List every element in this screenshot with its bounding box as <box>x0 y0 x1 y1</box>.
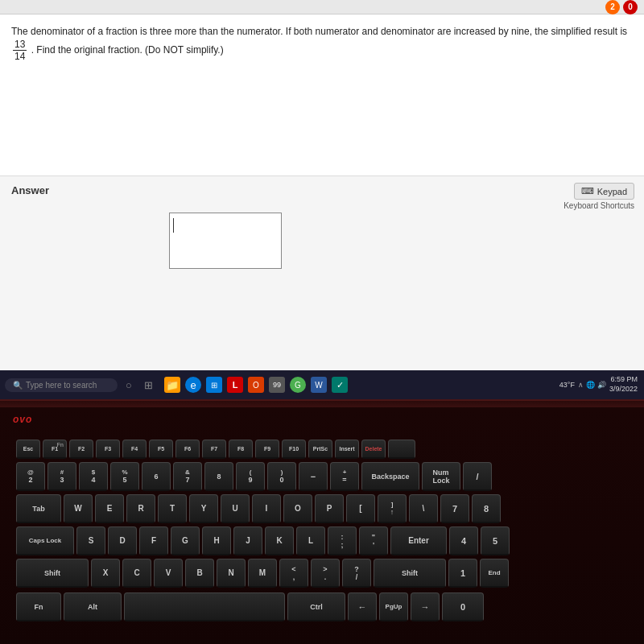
key-pg-fn1[interactable] <box>388 440 415 459</box>
key-l[interactable]: L <box>296 526 325 555</box>
key-caps[interactable]: Caps Lock <box>16 526 74 555</box>
key-f4[interactable]: F4 <box>122 440 147 459</box>
key-pgup[interactable]: PgUp <box>379 592 408 621</box>
keypad-button[interactable]: ⌨ Keypad <box>574 183 634 200</box>
key-quote[interactable]: "' <box>359 526 388 555</box>
key-f1[interactable]: F1Fn <box>43 440 67 459</box>
answer-input-box[interactable] <box>169 213 282 269</box>
key-8[interactable]: 8 <box>204 462 233 491</box>
key-p[interactable]: P <box>315 494 344 523</box>
key-enter[interactable]: Enter <box>390 526 447 555</box>
key-numpad-1[interactable]: 1 <box>448 559 477 588</box>
app-icon-2[interactable]: 99 <box>269 377 285 393</box>
edge-icon[interactable]: e <box>185 377 201 393</box>
network-icon[interactable]: 🌐 <box>586 381 595 389</box>
question-content: The denominator of a fraction is three m… <box>0 14 644 175</box>
key-slash[interactable]: ?/ <box>342 559 371 588</box>
word-icon[interactable]: W <box>311 377 327 393</box>
keyboard-shortcuts-link[interactable]: Keyboard Shortcuts <box>564 201 634 210</box>
key-period[interactable]: >. <box>311 559 340 588</box>
key-numpad-4[interactable]: 4 <box>449 526 478 555</box>
key-insert[interactable]: Insert <box>335 440 359 459</box>
key-esc[interactable]: Esc <box>16 440 40 459</box>
key-end[interactable]: End <box>480 559 509 588</box>
key-x[interactable]: X <box>91 559 120 588</box>
key-open-bracket[interactable]: [ <box>346 494 375 523</box>
key-space[interactable] <box>124 592 285 621</box>
key-f10[interactable]: F10 <box>282 440 306 459</box>
chevron-up-icon[interactable]: ∧ <box>578 381 584 389</box>
key-prtsc[interactable]: PrtSc <box>308 440 332 459</box>
key-numpad-0[interactable]: 0 <box>442 592 484 621</box>
windows-search-icon[interactable]: ○ <box>121 377 137 393</box>
key-5[interactable]: %5 <box>110 462 139 491</box>
keyboard-area: ovo Esc F1Fn F2 F3 F4 F5 F6 F7 F8 F9 F10… <box>0 407 644 644</box>
key-w[interactable]: W <box>64 494 93 523</box>
key-0[interactable]: )0 <box>267 462 296 491</box>
key-backslash[interactable]: \ <box>409 494 438 523</box>
key-numpad-slash[interactable]: / <box>463 462 492 491</box>
key-n[interactable]: N <box>217 559 246 588</box>
key-numpad-7[interactable]: 7 <box>440 494 469 523</box>
office-icon[interactable]: O <box>248 377 264 393</box>
key-minus[interactable]: − <box>299 462 328 491</box>
check-icon[interactable]: ✓ <box>332 377 348 393</box>
file-explorer-icon[interactable]: 📁 <box>164 377 180 393</box>
key-fn[interactable]: Fn <box>16 592 61 621</box>
key-2[interactable]: @2 <box>16 462 45 491</box>
key-plus[interactable]: += <box>330 462 359 491</box>
key-comma[interactable]: <, <box>279 559 308 588</box>
key-h[interactable]: H <box>202 526 231 555</box>
key-j[interactable]: J <box>233 526 262 555</box>
key-b[interactable]: B <box>185 559 214 588</box>
sound-icon[interactable]: 🔊 <box>597 381 606 389</box>
number-row: @2 #3 $4 %5 6 &7 8 (9 )0 − += Backspace … <box>16 462 628 491</box>
key-t[interactable]: T <box>158 494 187 523</box>
key-numpad-5[interactable]: 5 <box>481 526 510 555</box>
key-f[interactable]: F <box>139 526 168 555</box>
key-numlock[interactable]: NumLock <box>422 462 460 491</box>
key-arrow-right[interactable]: → <box>411 592 440 621</box>
key-g[interactable]: G <box>171 526 200 555</box>
key-delete[interactable]: Delete <box>361 440 386 459</box>
key-d[interactable]: D <box>108 526 137 555</box>
windows-icon[interactable]: ⊞ <box>206 377 222 393</box>
key-i[interactable]: I <box>252 494 281 523</box>
key-f3[interactable]: F3 <box>96 440 120 459</box>
key-4[interactable]: $4 <box>79 462 108 491</box>
task-view-icon[interactable]: ⊞ <box>140 377 156 393</box>
key-f6[interactable]: F6 <box>175 440 200 459</box>
key-shift-right[interactable]: Shift <box>374 559 446 588</box>
key-shift-left[interactable]: Shift <box>16 559 89 588</box>
key-9[interactable]: (9 <box>236 462 265 491</box>
key-y[interactable]: Y <box>189 494 218 523</box>
key-tab[interactable]: Tab <box>16 494 61 523</box>
key-f9[interactable]: F9 <box>255 440 279 459</box>
key-f7[interactable]: F7 <box>202 440 226 459</box>
key-backspace[interactable]: Backspace <box>361 462 419 491</box>
key-close-bracket[interactable]: ]↑ <box>378 494 407 523</box>
key-r[interactable]: R <box>126 494 155 523</box>
key-numpad-8[interactable]: 8 <box>472 494 501 523</box>
key-7[interactable]: &7 <box>173 462 202 491</box>
key-semicolon[interactable]: :; <box>328 526 357 555</box>
key-f5[interactable]: F5 <box>149 440 173 459</box>
key-c[interactable]: C <box>122 559 151 588</box>
key-u[interactable]: U <box>221 494 250 523</box>
key-e[interactable]: E <box>95 494 124 523</box>
chrome-icon[interactable]: G <box>290 377 306 393</box>
key-v[interactable]: V <box>154 559 183 588</box>
key-f8[interactable]: F8 <box>229 440 253 459</box>
key-m[interactable]: M <box>248 559 277 588</box>
key-3[interactable]: #3 <box>47 462 76 491</box>
l-app-icon[interactable]: L <box>227 377 243 393</box>
key-arrow-left[interactable]: ← <box>348 592 377 621</box>
taskbar-search[interactable]: 🔍 Type here to search <box>5 378 118 392</box>
key-k[interactable]: K <box>265 526 294 555</box>
key-s[interactable]: S <box>76 526 105 555</box>
key-alt[interactable]: Alt <box>64 592 122 621</box>
key-f2[interactable]: F2 <box>69 440 93 459</box>
key-6[interactable]: 6 <box>142 462 171 491</box>
key-ctrl-right[interactable]: Ctrl <box>287 592 345 621</box>
key-o[interactable]: O <box>283 494 312 523</box>
